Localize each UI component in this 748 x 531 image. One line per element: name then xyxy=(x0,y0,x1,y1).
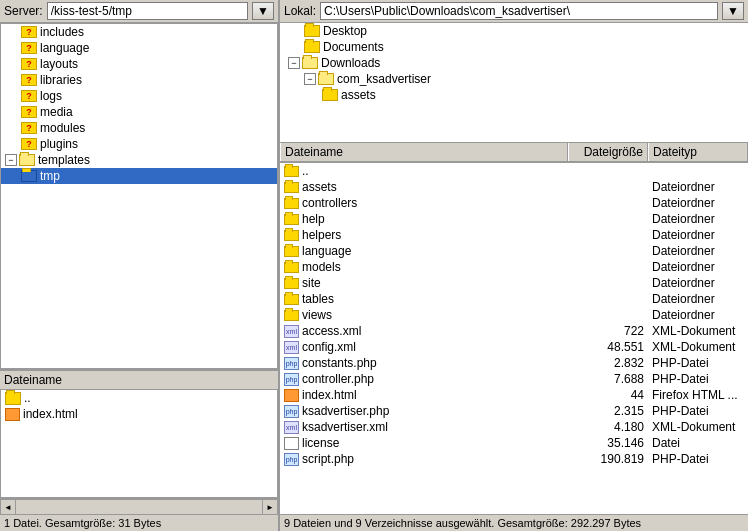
scroll-right-button[interactable]: ► xyxy=(262,499,278,515)
scroll-left-button[interactable]: ◄ xyxy=(0,499,16,515)
table-row[interactable]: help Dateiordner xyxy=(280,211,748,227)
file-list-body[interactable]: .. assets Dateiordner controllers Dateio… xyxy=(280,163,748,514)
table-row[interactable]: language Dateiordner xyxy=(280,243,748,259)
table-row[interactable]: site Dateiordner xyxy=(280,275,748,291)
table-row[interactable]: assets Dateiordner xyxy=(280,179,748,195)
local-tree-documents[interactable]: Documents xyxy=(280,39,748,55)
local-tree-assets[interactable]: assets xyxy=(280,87,748,103)
tree-label: Downloads xyxy=(321,56,380,70)
expand-icon[interactable]: − xyxy=(5,154,17,166)
col-header-name[interactable]: Dateiname xyxy=(280,143,568,161)
list-item-dotdot[interactable]: .. xyxy=(1,390,277,406)
file-name-label: language xyxy=(302,244,351,258)
folder-icon xyxy=(304,25,320,37)
tree-item-language[interactable]: ? language xyxy=(1,40,277,56)
file-name-label: views xyxy=(302,308,332,322)
file-size-cell: 44 xyxy=(568,388,648,402)
horizontal-scrollbar[interactable]: ◄ ► xyxy=(0,498,278,514)
right-panel: Lokal: ▼ Desktop Documents − Downloads xyxy=(280,0,748,531)
expand-icon[interactable]: − xyxy=(288,57,300,69)
table-row[interactable]: xmlconfig.xml 48.551 XML-Dokument xyxy=(280,339,748,355)
file-name-cell: views xyxy=(280,308,568,322)
table-row[interactable]: models Dateiordner xyxy=(280,259,748,275)
file-type-cell: Dateiordner xyxy=(648,212,748,226)
local-tree-desktop[interactable]: Desktop xyxy=(280,23,748,39)
file-type-cell: XML-Dokument xyxy=(648,340,748,354)
tree-item-layouts[interactable]: ? layouts xyxy=(1,56,277,72)
status-bar-left: 1 Datei. Gesamtgröße: 31 Bytes xyxy=(0,514,278,531)
tree-item-media[interactable]: ? media xyxy=(1,104,277,120)
table-row[interactable]: xmlksadvertiser.xml 4.180 XML-Dokument xyxy=(280,419,748,435)
file-name-label: .. xyxy=(302,164,309,178)
file-name-label: ksadvertiser.php xyxy=(302,404,389,418)
file-name-cell: language xyxy=(280,244,568,258)
local-tree-com-ks[interactable]: − com_ksadvertiser xyxy=(280,71,748,87)
folder-icon xyxy=(284,278,299,289)
tree-item-tmp[interactable]: tmp xyxy=(1,168,277,184)
file-type-cell: Dateiordner xyxy=(648,244,748,258)
tree-item-label: libraries xyxy=(40,73,82,87)
local-path-input[interactable] xyxy=(320,2,718,20)
xml-file-icon: xml xyxy=(284,325,299,338)
folder-open-icon xyxy=(19,154,35,166)
table-row[interactable]: xmlaccess.xml 722 XML-Dokument xyxy=(280,323,748,339)
local-tree-downloads[interactable]: − Downloads xyxy=(280,55,748,71)
local-label: Lokal: xyxy=(284,4,316,18)
local-path-dropdown[interactable]: ▼ xyxy=(722,2,744,20)
file-type-cell: Firefox HTML ... xyxy=(648,388,748,402)
folder-icon xyxy=(284,182,299,193)
folder-icon xyxy=(284,262,299,273)
file-type-cell: Dateiordner xyxy=(648,228,748,242)
table-row[interactable]: phpksadvertiser.php 2.315 PHP-Datei xyxy=(280,403,748,419)
question-icon: ? xyxy=(21,138,37,150)
col-header-type[interactable]: Dateityp xyxy=(648,143,748,161)
question-icon: ? xyxy=(21,42,37,54)
tree-item-includes[interactable]: ? includes xyxy=(1,24,277,40)
php-file-icon: php xyxy=(284,405,299,418)
file-name-cell: site xyxy=(280,276,568,290)
tree-item-label: plugins xyxy=(40,137,78,151)
generic-file-icon xyxy=(284,437,299,450)
file-name-cell: help xyxy=(280,212,568,226)
table-row[interactable]: license 35.146 Datei xyxy=(280,435,748,451)
table-row[interactable]: index.html 44 Firefox HTML ... xyxy=(280,387,748,403)
table-row[interactable]: phpconstants.php 2.832 PHP-Datei xyxy=(280,355,748,371)
table-row[interactable]: controllers Dateiordner xyxy=(280,195,748,211)
file-name-cell: xmlaccess.xml xyxy=(280,324,568,338)
question-icon: ? xyxy=(21,122,37,134)
list-item-index-html[interactable]: index.html xyxy=(1,406,277,422)
file-name-cell: .. xyxy=(280,164,568,178)
table-row[interactable]: views Dateiordner xyxy=(280,307,748,323)
table-row[interactable]: phpcontroller.php 7.688 PHP-Datei xyxy=(280,371,748,387)
file-name-label: controller.php xyxy=(302,372,374,386)
xml-file-icon: xml xyxy=(284,341,299,354)
col-header-size[interactable]: Dateigröße xyxy=(568,143,648,161)
tree-item-modules[interactable]: ? modules xyxy=(1,120,277,136)
tree-item-logs[interactable]: ? logs xyxy=(1,88,277,104)
file-name-label: help xyxy=(302,212,325,226)
file-size-cell: 2.832 xyxy=(568,356,648,370)
file-name-label: controllers xyxy=(302,196,357,210)
table-row[interactable]: tables Dateiordner xyxy=(280,291,748,307)
table-row[interactable]: helpers Dateiordner xyxy=(280,227,748,243)
local-files-panel: Dateiname .. index.html ◄ ► 1 Da xyxy=(0,371,278,531)
server-path-input[interactable] xyxy=(47,2,248,20)
file-name-label: access.xml xyxy=(302,324,361,338)
file-size-cell: 2.315 xyxy=(568,404,648,418)
php-file-icon: php xyxy=(284,373,299,386)
file-type-cell: Datei xyxy=(648,436,748,450)
expand-icon[interactable]: − xyxy=(304,73,316,85)
table-row[interactable]: phpscript.php 190.819 PHP-Datei xyxy=(280,451,748,467)
table-row[interactable]: .. xyxy=(280,163,748,179)
server-path-dropdown[interactable]: ▼ xyxy=(252,2,274,20)
tree-item-libraries[interactable]: ? libraries xyxy=(1,72,277,88)
file-name-label: models xyxy=(302,260,341,274)
col-header-size-label: Dateigröße xyxy=(584,145,643,159)
folder-icon xyxy=(284,310,299,321)
file-name-cell: license xyxy=(280,436,568,450)
file-name-label: script.php xyxy=(302,452,354,466)
tree-item-templates[interactable]: − templates xyxy=(1,152,277,168)
local-top-header: Lokal: ▼ xyxy=(280,0,748,23)
tree-item-plugins[interactable]: ? plugins xyxy=(1,136,277,152)
folder-icon xyxy=(21,170,37,182)
